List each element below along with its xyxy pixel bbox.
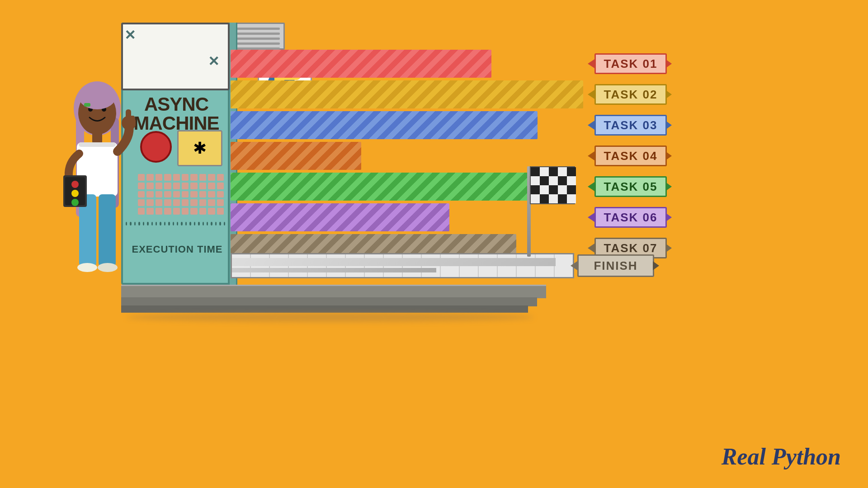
task-06-label-box: TASK 06: [594, 207, 667, 228]
task-03-arrow-right: [665, 121, 672, 130]
task-03-stripe: [231, 111, 538, 139]
svg-rect-9: [84, 103, 90, 107]
svg-rect-12: [79, 142, 116, 147]
task-06-label: TASK 06: [604, 211, 658, 225]
task-04-arrow-left: [588, 150, 596, 161]
finish-bar: FINISH: [231, 253, 574, 278]
task-04-stripe: [231, 142, 361, 170]
task-06-arrow-right: [665, 213, 672, 222]
finish-arrow-left: [571, 260, 579, 271]
platform-step1: [121, 297, 537, 306]
task-07-arrow-left: [588, 243, 596, 253]
svg-point-20: [71, 181, 79, 188]
spinner-icon: ✱: [193, 139, 207, 158]
finish-bar-track2: [232, 268, 436, 272]
svg-point-15: [77, 263, 97, 272]
task-04-arrow-right: [665, 151, 672, 160]
task-07-label: TASK 07: [604, 241, 658, 255]
task-01-arrow-left: [588, 58, 596, 69]
platform-shadow: [127, 313, 533, 322]
finish-bar-track1: [232, 258, 556, 266]
task-05-stripe: [231, 173, 566, 201]
platform-step2: [121, 305, 528, 313]
async-machine-title: ASYNC MACHINE: [124, 95, 228, 133]
task-05-arrow-left: [588, 181, 596, 192]
task-01-label-box: TASK 01: [594, 53, 667, 74]
machine-screen: ✱: [177, 130, 222, 166]
task-07-arrow-right: [665, 244, 672, 253]
task-02-label: TASK 02: [604, 88, 658, 102]
task-03-label-box: TASK 03: [594, 115, 667, 136]
machine-grid: [138, 174, 224, 215]
x-mark-1: ✕: [124, 27, 136, 43]
svg-rect-14: [99, 194, 116, 267]
task-01-stripe: [231, 50, 491, 78]
task-02-stripe: [231, 80, 583, 108]
finish-container: FINISH: [231, 253, 574, 278]
task-05-label-box: TASK 05: [594, 176, 667, 197]
task-01-bar: TASK 01: [231, 50, 583, 78]
platform-main: [121, 285, 546, 298]
task-05-arrow-right: [665, 182, 672, 191]
task-02-arrow-right: [665, 90, 672, 99]
machine-dots-row: [121, 219, 230, 228]
task-03-label: TASK 03: [604, 118, 658, 132]
x-mark-2: ✕: [208, 53, 219, 69]
finish-label-box: FINISH: [577, 254, 654, 277]
task-04-label: TASK 04: [604, 149, 658, 163]
svg-point-16: [98, 263, 118, 272]
task-01-arrow-right: [665, 59, 672, 68]
svg-rect-10: [92, 132, 102, 143]
checkered-flag: [530, 166, 575, 202]
task-04-label-box: TASK 04: [594, 145, 667, 166]
task-01-label: TASK 01: [604, 57, 658, 71]
finish-arrow-right: [653, 261, 659, 270]
async-line1: ASYNC: [144, 94, 208, 115]
svg-point-8: [78, 82, 116, 109]
task-03-bar: TASK 03: [231, 111, 583, 139]
svg-point-22: [71, 199, 79, 206]
task-05-label: TASK 05: [604, 180, 658, 194]
real-python-logo: Real Python: [722, 443, 841, 470]
task-06-stripe: [231, 203, 449, 231]
character: [59, 72, 136, 291]
task-03-arrow-left: [588, 120, 596, 131]
execution-time-label: EXECUTION TIME: [127, 244, 227, 255]
task-02-bar: TASK 02: [231, 80, 583, 108]
task-06-arrow-left: [588, 212, 596, 223]
task-04-bar: TASK 04: [231, 142, 583, 170]
task-02-arrow-left: [588, 89, 596, 100]
svg-point-21: [71, 190, 79, 197]
task-02-label-box: TASK 02: [594, 84, 667, 105]
machine-red-button: [140, 131, 172, 163]
scene: ✕ ✕ ASYNC MACHINE ✱ EXE: [0, 0, 868, 488]
finish-label: FINISH: [594, 259, 637, 273]
